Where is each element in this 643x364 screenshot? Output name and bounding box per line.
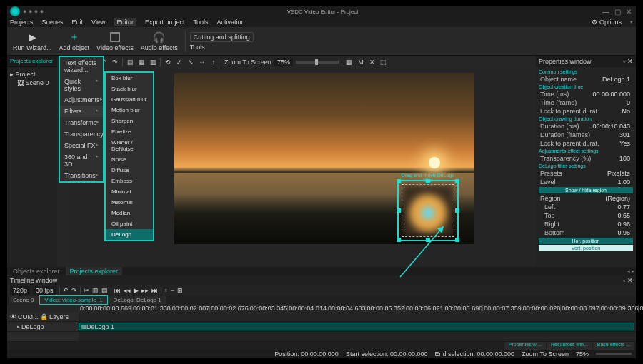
minimize-button[interactable]: — [602, 8, 610, 16]
hor-position-button[interactable]: Hor. position [539, 238, 633, 244]
redo-icon[interactable]: ↷ [111, 59, 119, 66]
add-object-button[interactable]: ＋Add object [56, 29, 93, 53]
zoom-slider[interactable] [296, 61, 339, 64]
tab-projects-explorer[interactable]: Projects explorer [66, 267, 123, 275]
options-button[interactable]: ⚙ Options [592, 19, 622, 26]
region-right-field[interactable]: 0.96 [616, 221, 632, 228]
filter-maximal[interactable]: Maximal [106, 197, 153, 208]
filter-emboss[interactable]: Emboss [106, 176, 153, 186]
editor-toolbar: ↖ ✋ ↶ ↷ ▤ ▦ ▥ ⟲⤢⤡↔↕ Zoom To Screen 75% ▦… [70, 56, 536, 69]
eye-icon[interactable]: 👁 [10, 313, 16, 320]
skip-start-icon[interactable]: ⏮ [114, 287, 121, 294]
track-label-com: 👁COM...🔒 Layers [7, 312, 79, 321]
filter-diffuse[interactable]: Diffuse [106, 165, 153, 176]
track-label-delogo: ▸ DeLogo [7, 322, 79, 331]
filter-gaussian-blur[interactable]: Gaussian blur [106, 94, 153, 105]
lock-parent-field[interactable]: No [620, 108, 632, 115]
region-left-field[interactable]: 0.77 [616, 203, 632, 211]
cutting-section: Cutting and splitting [190, 32, 254, 42]
time-frame-field[interactable]: 0 [625, 99, 632, 106]
filter-noise[interactable]: Noise [106, 154, 153, 165]
video-effects-button[interactable]: Video effects [94, 29, 136, 53]
region-bottom-field[interactable]: 0.96 [616, 229, 632, 236]
filter-sharpen[interactable]: Sharpen [106, 116, 153, 126]
menu-scenes[interactable]: Scenes [42, 19, 64, 26]
scene-tab-1[interactable]: Video: video-sample_1 [39, 295, 107, 305]
duration-ms-field[interactable]: 00:00:10.043 [591, 123, 632, 130]
filter-delogo[interactable]: DeLogo [106, 229, 153, 240]
maximize-button[interactable]: ▢ [613, 8, 622, 16]
cut-icon[interactable]: ✂ [84, 287, 89, 294]
align-center-icon[interactable]: ▦ [137, 59, 146, 66]
zoom-value[interactable]: 75% [274, 58, 293, 66]
filters-submenu: Box blur Stack blur Gaussian blur Motion… [104, 71, 154, 241]
video-effects-dropdown: Text effects wizard... Quick styles▸ Adj… [59, 56, 104, 183]
next-frame-icon[interactable]: ▸▸ [141, 287, 149, 294]
foot-tab-properties[interactable]: Properties wi... [504, 342, 546, 349]
filter-oil-paint[interactable]: Oil paint [106, 218, 153, 229]
foot-tab-base-effects[interactable]: Base effects ... [593, 342, 634, 349]
tab-objects-explorer[interactable]: Objects explorer [9, 267, 64, 275]
filter-minimal[interactable]: Minimal [106, 186, 153, 197]
filter-wiener[interactable]: Wiener / DeNoise [106, 137, 153, 154]
video-preview[interactable]: Drag and move DeLogo filter [174, 73, 474, 244]
undo-icon[interactable]: ↶ [63, 287, 69, 294]
prev-frame-icon[interactable]: ◂◂ [124, 287, 131, 294]
menu-tools[interactable]: Tools [193, 19, 208, 26]
show-hide-region-button[interactable]: Show / hide region [539, 187, 633, 193]
time-ms-field[interactable]: 00:00:00.000 [591, 91, 632, 98]
dd-quick-styles[interactable]: Quick styles▸ [60, 76, 103, 94]
align-right-icon[interactable]: ▥ [149, 59, 157, 66]
menu-activation[interactable]: Activation [216, 19, 244, 26]
dd-transitions[interactable]: Transitions▸ [60, 170, 103, 181]
scene-tab-2[interactable]: DeLogo: DeLogo 1 [109, 296, 166, 304]
align-left-icon[interactable]: ▤ [126, 59, 134, 66]
transparency-field[interactable]: 100 [618, 155, 632, 162]
filter-box-blur[interactable]: Box blur [106, 73, 153, 84]
properties-panel: Properties window▫ ✕ Common settings Obj… [536, 56, 636, 267]
foot-tab-resources[interactable]: Resources win... [547, 342, 592, 349]
scene-tab-0[interactable]: Scene 0 [9, 296, 38, 304]
status-zoom-slider[interactable] [596, 353, 632, 355]
timeline-clip-delogo[interactable]: ▥ DeLogo 1 [79, 323, 634, 330]
timeline-ruler[interactable]: 0:0000:00:00.66900:00:01.33800:00:02.007… [7, 305, 636, 312]
menu-export[interactable]: Export project [145, 19, 185, 26]
redo-icon[interactable]: ↷ [71, 287, 77, 294]
menu-edit[interactable]: Edit [72, 19, 84, 26]
menu-view[interactable]: View [91, 19, 105, 26]
tree-scene[interactable]: 🖼 Scene 0 [10, 79, 54, 87]
tools-section: Tools [190, 44, 254, 51]
audio-effects-button[interactable]: 🎧Audio effects [138, 29, 181, 53]
dd-transforms[interactable]: Transforms▸ [60, 117, 103, 128]
zoom-label[interactable]: Zoom To Screen [224, 59, 271, 66]
vert-position-button[interactable]: Vert. position [539, 245, 633, 251]
filter-stack-blur[interactable]: Stack blur [106, 84, 153, 94]
filter-pixelize[interactable]: Pixelize [106, 126, 153, 137]
filter-median[interactable]: Median [106, 208, 153, 218]
app-logo-icon [10, 6, 20, 16]
dd-special-fx[interactable]: Special FX▸ [60, 140, 103, 151]
dd-transparency[interactable]: Transparency▸ [60, 128, 103, 140]
menu-projects[interactable]: Projects [10, 19, 34, 26]
filter-motion-blur[interactable]: Motion blur [106, 105, 153, 116]
common-settings-section[interactable]: Common settings [539, 69, 633, 75]
menu-editor[interactable]: Editor [114, 18, 136, 26]
duration-frames-field[interactable]: 301 [618, 131, 632, 138]
region-top-field[interactable]: 0.65 [616, 212, 632, 219]
panel-close-icon[interactable]: ▫ ✕ [623, 58, 633, 65]
dd-adjustments[interactable]: Adjustments▸ [60, 94, 103, 106]
fps-select[interactable]: 30 fps [33, 286, 56, 295]
play-icon[interactable]: ▶ [134, 287, 139, 294]
presets-field[interactable]: Pixelate [606, 170, 632, 177]
skip-end-icon[interactable]: ⏭ [151, 287, 158, 294]
run-wizard-button[interactable]: ▶Run Wizard... [10, 29, 55, 53]
close-button[interactable]: ✕ [624, 8, 633, 16]
level-field[interactable]: 1.00 [616, 178, 632, 186]
tree-project[interactable]: ▸ Project [10, 70, 54, 79]
projects-explorer-panel: Projects explorer ▸ Project 🖼 Scene 0 [7, 56, 57, 267]
object-name-field[interactable]: DeLogo 1 [601, 76, 632, 83]
dd-filters[interactable]: Filters▸ [60, 106, 103, 117]
dd-360-3d[interactable]: 360 and 3D▸ [60, 151, 103, 170]
resolution-select[interactable]: 720p [10, 286, 30, 295]
dd-text-effects[interactable]: Text effects wizard... [60, 57, 103, 76]
